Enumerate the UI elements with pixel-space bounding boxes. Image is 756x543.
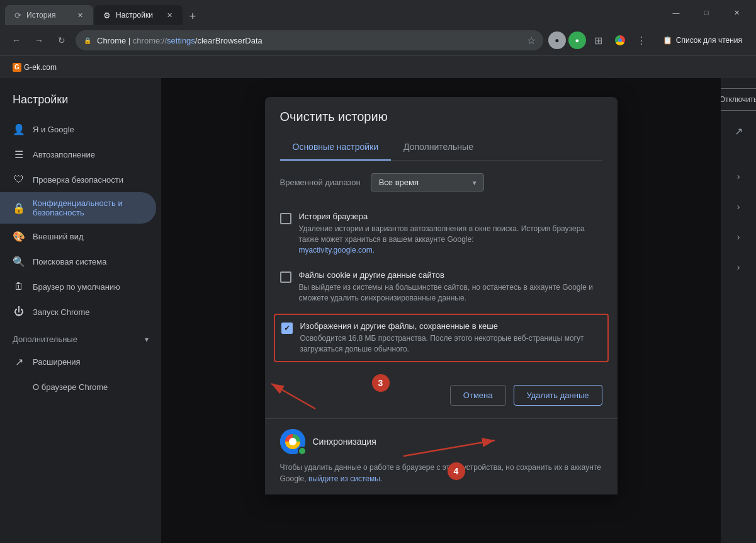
reading-list-icon: 📋	[663, 36, 672, 45]
address-settings: settings	[167, 36, 195, 45]
tab-settings[interactable]: ⚙ Настройки ✕	[94, 5, 183, 25]
sync-icon[interactable]: ●	[568, 31, 586, 49]
reading-list-button[interactable]: 📋 Список для чтения	[657, 31, 748, 49]
cache-desc: Освободится 16,8 МБ пространства. После …	[300, 333, 601, 355]
cache-checkbox[interactable]	[281, 323, 293, 334]
browser-history-checkbox[interactable]	[280, 213, 291, 224]
sidebar-item-autofill[interactable]: ☰ Автозаполнение	[0, 142, 156, 167]
sync-section: Синхронизация Чтобы удалить данные о раб…	[265, 418, 618, 494]
address-chrome: Chrome	[97, 36, 126, 45]
sidebar-item-about-label: О браузере Chrome	[33, 382, 108, 392]
time-range-label: Временной диапазон	[280, 178, 361, 187]
dialog-tab-basic-label: Основные настройки	[293, 142, 379, 152]
tab-history[interactable]: ⟳ История ✕	[5, 5, 93, 25]
security-check-icon: 🛡	[13, 173, 25, 186]
sidebar-title: Настройки	[0, 88, 161, 117]
browser-history-desc-text: Удаление истории и вариантов автозаполне…	[299, 224, 585, 244]
advanced-arrow: ▾	[145, 335, 149, 344]
sidebar-item-startup[interactable]: ⏻ Запуск Chrome	[0, 299, 156, 324]
sidebar-item-browser[interactable]: 🗓 Браузер по умолчанию	[0, 274, 156, 299]
sidebar-item-startup-label: Запуск Chrome	[33, 307, 90, 317]
dialog-tab-basic[interactable]: Основные настройки	[280, 134, 392, 161]
sidebar-item-extensions-label: Расширения	[33, 357, 81, 367]
sidebar-item-browser-label: Браузер по умолчанию	[33, 282, 120, 292]
bookmark-item-gek[interactable]: G G-ek.com	[8, 60, 62, 74]
row-arrows: › › › ›	[737, 171, 740, 272]
refresh-button[interactable]: ↻	[53, 31, 71, 49]
sidebar-item-me-google-label: Я и Google	[33, 125, 74, 134]
sidebar: Настройки 👤 Я и Google ☰ Автозаполнение …	[0, 78, 161, 543]
autofill-icon: ☰	[13, 148, 25, 161]
dialog-tab-advanced[interactable]: Дополнительные	[391, 134, 486, 161]
toolbar-icons: ● ● ⊞ ⋮	[548, 30, 652, 50]
titlebar: ⟳ История ✕ ⚙ Настройки ✕ + — □ ✕	[0, 0, 756, 25]
address-url-rest: /clearBrowserData	[195, 36, 262, 45]
back-button[interactable]: ←	[8, 31, 25, 49]
star-icon[interactable]: ☆	[527, 35, 536, 47]
sidebar-item-privacy[interactable]: 🔒 Конфиденциальность и безопасность	[0, 192, 156, 224]
dialog-body: Временной диапазон Все время Последние 4…	[265, 161, 618, 377]
sidebar-item-security-label: Проверка безопасности	[33, 175, 123, 185]
extensions-icon[interactable]: ⊞	[589, 30, 609, 50]
sidebar-item-security[interactable]: 🛡 Проверка безопасности	[0, 167, 156, 192]
browser-history-desc: Удаление истории и вариантов автозаполне…	[299, 224, 602, 255]
address-bar[interactable]: 🔒 Chrome | chrome://settings/clearBrowse…	[76, 30, 543, 50]
sync-row: Синхронизация	[280, 429, 602, 454]
external-link-button[interactable]: ↗	[728, 121, 748, 141]
sync-status-badge	[298, 447, 307, 455]
address-text: Chrome | chrome://settings/clearBrowserD…	[97, 36, 522, 45]
about-icon	[13, 380, 25, 393]
profile-button[interactable]: ●	[548, 31, 566, 49]
delete-data-button[interactable]: Удалить данные	[514, 385, 602, 406]
chrome-menu-icon[interactable]	[611, 31, 629, 49]
new-tab-button[interactable]: +	[184, 8, 201, 25]
tabs-area: ⟳ История ✕ ⚙ Настройки ✕ +	[0, 0, 662, 25]
history-tab-icon: ⟳	[13, 10, 23, 20]
dialog-header: Очистить историю Основные настройки Допо…	[265, 97, 618, 161]
dialog-tabs: Основные настройки Дополнительные	[280, 134, 602, 161]
sign-out-link[interactable]: выйдите из системы.	[308, 474, 382, 483]
bookmarkbar: G G-ek.com	[0, 55, 756, 78]
startup-icon: ⏻	[13, 306, 25, 318]
sidebar-item-autofill-label: Автозаполнение	[33, 150, 95, 159]
clear-history-dialog: Очистить историю Основные настройки Допо…	[265, 97, 618, 494]
close-button[interactable]: ✕	[722, 3, 751, 23]
more-menu-button[interactable]: ⋮	[631, 30, 652, 50]
bookmark-gek-label: G-ek.com	[24, 63, 57, 72]
cancel-button[interactable]: Отмена	[450, 385, 506, 406]
reading-list-label: Список для чтения	[676, 36, 742, 45]
minimize-button[interactable]: —	[662, 3, 691, 23]
sidebar-item-extensions[interactable]: ↗ Расширения	[0, 349, 156, 374]
sidebar-item-search-label: Поисковая система	[33, 257, 107, 266]
dialog-footer: Отмена Удалить данные	[265, 377, 618, 418]
sidebar-item-appearance[interactable]: 🎨 Внешний вид	[0, 224, 156, 249]
sidebar-item-about[interactable]: О браузере Chrome	[0, 374, 156, 399]
cache-checkbox-wrapper[interactable]	[281, 323, 293, 334]
sidebar-item-appearance-label: Внешний вид	[33, 232, 84, 241]
cookies-title: Файлы cookie и другие данные сайтов	[299, 270, 602, 280]
tab-history-close[interactable]: ✕	[74, 9, 86, 21]
time-range-select-wrapper[interactable]: Все время Последние 4 недели Последние 7…	[371, 173, 484, 191]
annotation-4: 4	[448, 462, 465, 480]
settings-tab-icon: ⚙	[102, 10, 112, 20]
tab-settings-label: Настройки	[116, 11, 153, 20]
browser-history-checkbox-wrapper[interactable]	[280, 213, 291, 224]
search-engine-icon: 🔍	[13, 255, 25, 268]
sidebar-item-me-google[interactable]: 👤 Я и Google	[0, 117, 156, 142]
cookies-item: Файлы cookie и другие данные сайтов Вы в…	[280, 263, 602, 311]
tab-settings-close[interactable]: ✕	[164, 9, 175, 21]
row-arrow-2: ›	[737, 202, 740, 212]
myactivity-link[interactable]: myactivity.google.com.	[299, 246, 375, 254]
cookies-checkbox[interactable]	[280, 272, 291, 283]
extensions-sidebar-icon: ↗	[13, 355, 25, 368]
time-range-select[interactable]: Все время Последние 4 недели Последние 7…	[371, 173, 484, 191]
forward-button[interactable]: →	[30, 31, 48, 49]
addressbar: ← → ↻ 🔒 Chrome | chrome://settings/clear…	[0, 25, 756, 55]
sidebar-advanced-section[interactable]: Дополнительные ▾	[0, 324, 161, 349]
sidebar-item-search[interactable]: 🔍 Поисковая система	[0, 249, 156, 274]
browser-history-title: История браузера	[299, 212, 602, 221]
address-separator: |	[126, 36, 133, 45]
maximize-button[interactable]: □	[692, 3, 721, 23]
dialog-tab-advanced-label: Дополнительные	[403, 142, 473, 152]
cookies-checkbox-wrapper[interactable]	[280, 272, 291, 283]
